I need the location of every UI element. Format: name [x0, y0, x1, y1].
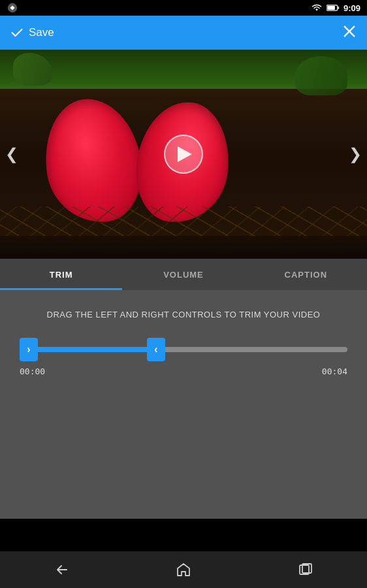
next-arrow[interactable]: ❯	[343, 50, 367, 259]
trim-filled-track	[35, 347, 150, 352]
svg-rect-2	[327, 6, 335, 10]
close-icon	[342, 24, 357, 39]
tab-bar: TRIM VOLUME CAPTION	[0, 259, 367, 290]
start-time: 00:00	[20, 367, 45, 376]
play-icon	[178, 146, 192, 162]
close-button[interactable]	[342, 24, 357, 42]
top-bar: Save	[0, 16, 367, 50]
status-time: 9:09	[343, 3, 360, 13]
tab-trim[interactable]: TRIM	[0, 259, 122, 290]
right-handle-arrow: ‹	[154, 344, 157, 355]
status-bar: 9:09	[0, 0, 367, 16]
save-label: Save	[29, 26, 54, 39]
home-button[interactable]	[164, 557, 203, 583]
bottom-nav	[0, 551, 367, 588]
trim-handle-right[interactable]: ‹	[147, 338, 165, 361]
check-icon	[10, 26, 24, 39]
trim-slider[interactable]: › ‹	[20, 338, 347, 361]
prev-arrow[interactable]: ❮	[0, 50, 24, 259]
ground-sticks	[0, 206, 367, 239]
end-time: 00:04	[322, 367, 347, 376]
plant-right	[295, 56, 347, 95]
left-handle-arrow: ›	[27, 344, 30, 355]
recent-apps-button[interactable]	[286, 557, 325, 583]
svg-rect-3	[338, 7, 339, 9]
home-icon	[176, 562, 191, 578]
play-button[interactable]	[164, 135, 203, 174]
time-labels: 00:00 00:04	[20, 367, 347, 376]
trim-instruction: DRAG THE LEFT AND RIGHT CONTROLS TO TRIM…	[13, 310, 354, 319]
back-icon	[54, 562, 69, 578]
tab-caption[interactable]: CAPTION	[245, 259, 367, 290]
back-button[interactable]	[42, 557, 81, 583]
video-area: ❮ ❯	[0, 50, 367, 259]
content-area: DRAG THE LEFT AND RIGHT CONTROLS TO TRIM…	[0, 290, 367, 519]
ground-base	[0, 236, 367, 259]
status-app-icon	[7, 2, 18, 14]
trim-handle-left[interactable]: ›	[20, 338, 38, 361]
wifi-icon	[311, 3, 323, 12]
battery-icon	[327, 4, 340, 12]
save-button[interactable]: Save	[10, 26, 54, 39]
tab-volume[interactable]: VOLUME	[122, 259, 244, 290]
recent-apps-icon	[298, 562, 313, 578]
